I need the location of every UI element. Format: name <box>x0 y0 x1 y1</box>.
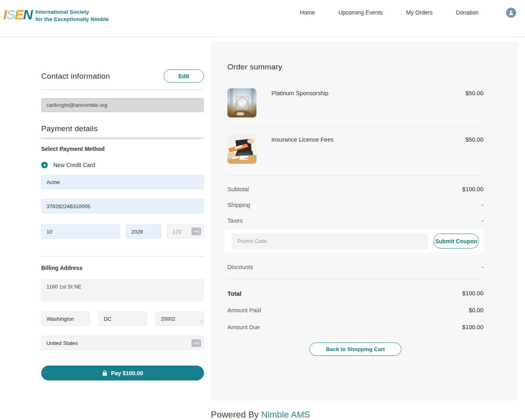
nimble-ams-link[interactable]: Nimble AMS <box>261 410 310 420</box>
promo-code-strip: Submit Coupon <box>225 230 483 253</box>
totals-section: Total $100.00 Amount Paid $0.00 Amount D… <box>227 285 483 336</box>
order-item-insurance-license-fees: Insurance License Fees $50.00 <box>227 135 483 176</box>
cvv-field-wrap <box>167 224 204 239</box>
payment-form-column: Contact information Edit Payment details… <box>41 37 204 380</box>
site-header: ISEN International Society for the Excep… <box>0 0 525 37</box>
back-button-wrap: Back to Shopping Cart <box>227 343 483 356</box>
zip-input[interactable] <box>155 311 204 326</box>
order-item-price: $50.00 <box>466 90 483 117</box>
total-value: $100.00 <box>462 290 483 297</box>
card-expiry-row <box>41 224 204 239</box>
discounts-value: - <box>481 264 483 270</box>
new-credit-card-radio[interactable] <box>41 162 48 168</box>
subtotal-value: $100.00 <box>462 186 483 192</box>
street-field-wrap: 1160 1st St NE <box>41 271 204 303</box>
nav-item-upcoming-events[interactable]: Upcoming Events <box>338 9 383 16</box>
contact-info-title: Contact information <box>41 72 110 81</box>
amount-paid-row: Amount Paid $0.00 <box>227 302 483 319</box>
city-state-zip-row <box>41 311 204 326</box>
shipping-value: - <box>481 202 483 208</box>
profile-avatar-button[interactable] <box>506 8 516 18</box>
logo-tagline: International Society for the Exceptiona… <box>35 8 109 23</box>
submit-coupon-button[interactable]: Submit Coupon <box>433 234 479 249</box>
order-item-name: Platinum Sponsorship <box>271 90 328 117</box>
person-icon <box>508 10 514 16</box>
amount-due-value: $100.00 <box>462 324 483 330</box>
tagline-line2: for the Exceptionally Nimble <box>35 16 109 23</box>
amount-paid-label: Amount Paid <box>227 307 261 313</box>
select-payment-method-label: Select Payment Method <box>41 146 204 152</box>
glass-award-photo <box>227 88 256 117</box>
discounts-row: Discounts - <box>227 259 483 275</box>
isen-logo[interactable]: ISEN International Society for the Excep… <box>3 8 109 23</box>
shipping-label: Shipping <box>227 202 250 208</box>
amount-due-label: Amount Due <box>227 324 260 330</box>
billing-divider <box>41 256 204 257</box>
billing-address-title: Billing Address <box>41 265 204 271</box>
promo-code-input[interactable] <box>232 234 427 249</box>
shipping-row: Shipping - <box>227 197 483 213</box>
main-nav: Home Upcoming Events My Orders Donation <box>300 8 521 18</box>
order-summary-panel: Order summary <box>211 42 518 401</box>
expiry-year-input[interactable] <box>126 224 162 239</box>
amount-paid-value: $0.00 <box>469 307 483 313</box>
total-label: Total <box>227 290 242 297</box>
edit-contact-button[interactable]: Edit <box>164 69 204 83</box>
lock-icon <box>102 370 107 376</box>
subtotal-row: Subtotal $100.00 <box>227 181 483 197</box>
powered-by-footer: Powered By Nimble AMS <box>0 401 525 420</box>
order-item-platinum-sponsorship: Platinum Sponsorship $50.00 <box>227 88 483 128</box>
nav-item-my-orders[interactable]: My Orders <box>406 9 433 16</box>
contact-divider <box>41 90 204 90</box>
nav-item-donation[interactable]: Donation <box>456 9 479 16</box>
country-field-wrap <box>41 336 204 350</box>
totals-divider <box>227 279 483 279</box>
cvv-input[interactable] <box>167 224 204 239</box>
payment-method-option[interactable]: New Credit Card <box>41 162 204 168</box>
order-item-price: $50.00 <box>466 136 483 164</box>
logo-letter-n: N <box>23 7 32 22</box>
pay-button-label: Pay $100.00 <box>111 370 143 376</box>
checkout-main: Contact information Edit Payment details… <box>0 37 525 401</box>
taxes-value: - <box>481 217 483 224</box>
back-to-shopping-cart-button[interactable]: Back to Shopping Cart <box>309 343 401 356</box>
email-field[interactable] <box>41 98 204 112</box>
discounts-label: Discounts <box>227 264 253 270</box>
laptop-license-photo <box>227 135 256 164</box>
street-address-textarea[interactable]: 1160 1st St NE <box>41 279 204 301</box>
logo-letter-s: S <box>6 7 15 22</box>
new-credit-card-label: New Credit Card <box>53 162 95 168</box>
tagline-line1: International Society <box>35 8 109 16</box>
total-row: Total $100.00 <box>227 285 483 302</box>
contact-info-header: Contact information Edit <box>41 69 204 83</box>
logo-letter-e: E <box>15 7 23 22</box>
nav-item-home[interactable]: Home <box>300 9 315 16</box>
city-input[interactable] <box>41 311 90 326</box>
country-input[interactable] <box>41 336 204 350</box>
summary-rows: Subtotal $100.00 Shipping - Taxes - <box>227 181 483 228</box>
taxes-label: Taxes <box>227 217 243 224</box>
card-number-input[interactable] <box>41 199 204 213</box>
taxes-row: Taxes - <box>227 213 483 228</box>
expiry-month-input[interactable] <box>41 224 120 239</box>
powered-by-text: Powered By <box>211 410 261 420</box>
order-summary-title: Order summary <box>227 63 483 71</box>
amount-due-row: Amount Due $100.00 <box>227 319 483 336</box>
payment-details-title: Payment details <box>41 124 204 138</box>
order-item-name: Insurance License Fees <box>271 136 334 164</box>
pay-button[interactable]: Pay $100.00 <box>41 366 204 380</box>
cardholder-name-input[interactable] <box>41 175 204 189</box>
subtotal-label: Subtotal <box>227 186 249 192</box>
state-input[interactable] <box>99 311 147 326</box>
isen-logo-letters: ISEN <box>3 8 32 21</box>
